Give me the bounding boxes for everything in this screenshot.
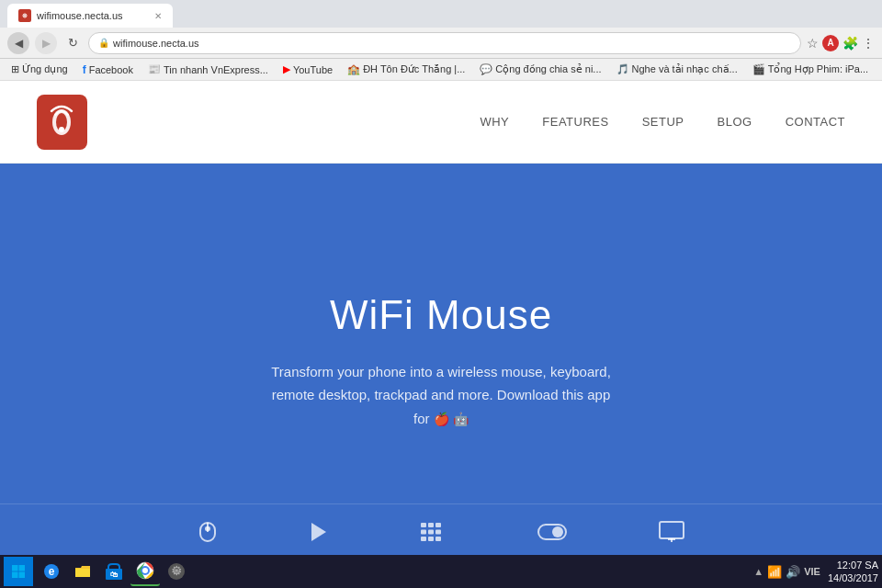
vnexpress-icon: 📰 (148, 63, 161, 75)
svg-text:🛍: 🛍 (110, 571, 118, 579)
hero-section: WiFi Mouse Transform your phone into a w… (0, 164, 882, 559)
facebook-icon: f (83, 63, 86, 76)
bookmark-phim[interactable]: 🎬 Tổng Hợp Phim: iPa... (749, 62, 872, 77)
hero-title: WiFi Mouse (330, 292, 552, 338)
mouse-icon-item[interactable] (198, 519, 218, 545)
svg-point-2 (24, 15, 26, 17)
svg-point-6 (59, 127, 64, 132)
tray-arrow-icon[interactable]: ▲ (753, 566, 763, 577)
ap-icon[interactable]: A (822, 35, 839, 51)
date-display: 14/03/2017 (828, 571, 878, 584)
bookmark-facebook[interactable]: f Facebook (79, 62, 137, 78)
bookmark-congdong[interactable]: 💬 Cộng đồng chia sẻ ni... (476, 62, 605, 77)
svg-rect-18 (428, 537, 434, 541)
network-icon[interactable]: 📶 (767, 565, 782, 579)
svg-rect-17 (421, 537, 426, 541)
svg-text:e: e (49, 565, 55, 578)
bookmark-star-icon[interactable]: ☆ (807, 36, 819, 51)
taskbar-explorer[interactable] (68, 557, 97, 586)
taskbar-chrome[interactable] (130, 557, 160, 586)
active-tab[interactable]: wifimouse.necta.us ✕ (7, 4, 173, 28)
svg-rect-25 (12, 565, 18, 571)
monitor-icon-item[interactable] (659, 521, 684, 543)
extensions-icon[interactable]: 🧩 (842, 36, 858, 51)
back-button[interactable]: ◀ (7, 32, 29, 54)
monitor-icon (659, 521, 684, 543)
svg-marker-10 (311, 523, 326, 541)
ie-icon: e (42, 562, 61, 581)
bookmark-label: Tin nhanh VnExpress... (164, 64, 268, 75)
start-button[interactable] (4, 557, 33, 586)
bookmark-label: ĐH Tôn Đức Thắng |... (363, 63, 465, 75)
browser-tabs: wifimouse.necta.us ✕ (0, 0, 882, 28)
chrome-icon (136, 561, 154, 580)
bookmark-label: Tổng Hợp Phim: iPa... (768, 63, 868, 75)
switch-icon (537, 524, 567, 540)
community-icon: 💬 (480, 63, 492, 75)
taskbar: e 🛍 (0, 555, 882, 588)
bookmark-nhac[interactable]: 🎵 Nghe và tải nhạc chấ... (613, 62, 741, 77)
svg-rect-28 (19, 572, 26, 579)
windows-logo-icon (11, 564, 26, 579)
svg-rect-19 (435, 537, 441, 541)
volume-icon[interactable]: 🔊 (786, 565, 800, 579)
toolbar-icons: ☆ A 🧩 ⋮ (807, 35, 875, 51)
svg-rect-26 (19, 565, 26, 571)
lang-indicator: VIE (804, 566, 820, 577)
svg-point-21 (552, 526, 563, 537)
music-icon: 🎵 (616, 63, 629, 75)
url-text: wifimouse.necta.us (113, 38, 199, 49)
svg-rect-15 (428, 529, 434, 534)
grid-icon-item[interactable] (420, 522, 446, 542)
bookmarks-bar: ⊞ Ứng dụng f Facebook 📰 Tin nhanh VnExpr… (0, 59, 882, 81)
browser-toolbar: ◀ ▶ ↻ 🔒 wifimouse.necta.us ☆ A 🧩 ⋮ (0, 28, 882, 59)
system-tray-icons: ▲ 📶 🔊 VIE (753, 565, 820, 579)
logo-svg (37, 95, 87, 150)
svg-rect-9 (205, 526, 210, 531)
nav-links: WHY FEATURES SETUP BLOG CONTACT (480, 115, 845, 129)
taskbar-right: ▲ 📶 🔊 VIE 12:07 SA 14/03/2017 (753, 559, 878, 585)
hero-subtitle: Transform your phone into a wireless mou… (266, 360, 616, 431)
svg-rect-27 (12, 572, 18, 579)
feature-icon-bar (0, 503, 882, 559)
youtube-icon: ▶ (283, 63, 290, 75)
switch-icon-item[interactable] (537, 524, 567, 540)
time-display: 12:07 SA (828, 559, 878, 571)
bookmark-youtube[interactable]: ▶ YouTube (279, 62, 336, 77)
svg-rect-14 (421, 529, 426, 534)
bookmark-label: Ứng dụng (22, 63, 68, 75)
nav-why[interactable]: WHY (480, 115, 509, 129)
bookmark-label: Facebook (89, 64, 133, 75)
bookmark-apps[interactable]: ⊞ Ứng dụng (7, 62, 72, 77)
tab-close-button[interactable]: ✕ (154, 11, 162, 21)
folder-icon (74, 562, 92, 581)
taskbar-clock[interactable]: 12:07 SA 14/03/2017 (828, 559, 878, 585)
bookmark-dhtdt[interactable]: 🏫 ĐH Tôn Đức Thắng |... (344, 62, 469, 77)
store-icon: 🛍 (105, 562, 123, 581)
taskbar-store[interactable]: 🛍 (99, 557, 129, 586)
nav-blog[interactable]: BLOG (718, 115, 752, 129)
apps-icon: ⊞ (11, 63, 19, 75)
grid-icon (420, 522, 446, 542)
android-icon: 🤖 (453, 412, 469, 426)
tab-title: wifimouse.necta.us (37, 10, 123, 21)
bookmark-vnexpress[interactable]: 📰 Tin nhanh VnExpress... (144, 62, 272, 77)
taskbar-ie[interactable]: e (37, 557, 66, 586)
nav-contact[interactable]: CONTACT (786, 115, 845, 129)
nav-features[interactable]: FEATURES (542, 115, 608, 129)
browser-chrome: wifimouse.necta.us ✕ ◀ ▶ ↻ 🔒 wifimouse.n… (0, 0, 882, 81)
play-icon-item[interactable] (310, 521, 328, 543)
website-content: WHY FEATURES SETUP BLOG CONTACT WiFi Mou… (0, 81, 882, 559)
address-bar[interactable]: 🔒 wifimouse.necta.us (88, 32, 801, 54)
forward-button[interactable]: ▶ (35, 32, 57, 54)
svg-rect-13 (435, 523, 441, 527)
svg-rect-31 (75, 569, 90, 577)
svg-rect-12 (428, 523, 434, 527)
menu-icon[interactable]: ⋮ (862, 36, 875, 51)
taskbar-settings[interactable]: ⚙ (162, 557, 191, 586)
refresh-button[interactable]: ↻ (62, 33, 83, 53)
mouse-icon (198, 519, 218, 545)
nav-setup[interactable]: SETUP (642, 115, 684, 129)
site-navigation: WHY FEATURES SETUP BLOG CONTACT (0, 81, 882, 164)
site-logo[interactable] (37, 95, 87, 150)
